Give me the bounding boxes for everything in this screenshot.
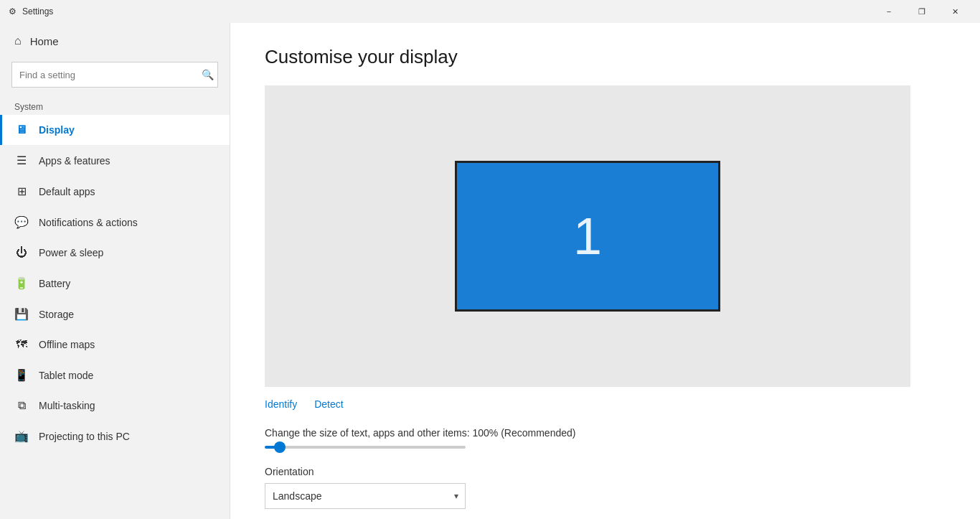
orientation-select[interactable]: Landscape Portrait Landscape (flipped) P… xyxy=(265,483,466,509)
page-title: Customise your display xyxy=(265,46,946,68)
battery-icon: 🔋 xyxy=(14,276,29,290)
main-content: Customise your display 1 Identify Detect… xyxy=(230,23,980,519)
sidebar-item-label: Tablet mode xyxy=(39,370,93,381)
sidebar-item-label: Battery xyxy=(39,278,70,289)
title-bar-controls: − ❐ ✕ xyxy=(872,0,971,23)
sidebar-item-label: Power & sleep xyxy=(39,247,103,258)
scale-slider[interactable] xyxy=(265,446,466,449)
maps-icon: 🗺 xyxy=(14,338,29,351)
home-label: Home xyxy=(30,35,59,47)
detect-button[interactable]: Detect xyxy=(314,398,343,410)
sidebar-item-label: Default apps xyxy=(39,186,95,197)
sidebar-item-battery[interactable]: 🔋 Battery xyxy=(0,268,230,299)
identify-button[interactable]: Identify xyxy=(265,398,297,410)
sidebar-item-label: Multi-tasking xyxy=(39,400,95,411)
minimize-button[interactable]: − xyxy=(872,0,905,23)
sidebar-item-label: Display xyxy=(39,124,75,136)
monitor-preview: 1 xyxy=(455,161,720,312)
sidebar-item-label: Projecting to this PC xyxy=(39,431,130,442)
monitor-number: 1 xyxy=(573,207,602,266)
sidebar-item-power-sleep[interactable]: ⏻ Power & sleep xyxy=(0,238,230,268)
sidebar: ⌂ Home 🔍 System 🖥 Display ☰ Apps & featu… xyxy=(0,23,230,519)
sidebar-item-tablet-mode[interactable]: 📱 Tablet mode xyxy=(0,360,230,391)
display-preview-area: 1 xyxy=(265,85,910,387)
title-bar: ⚙ Settings − ❐ ✕ xyxy=(0,0,980,23)
scale-description: Change the size of text, apps and other … xyxy=(265,427,946,439)
sidebar-home-item[interactable]: ⌂ Home xyxy=(0,23,230,59)
multitask-icon: ⧉ xyxy=(14,399,29,412)
search-input[interactable] xyxy=(11,62,218,88)
sidebar-item-display[interactable]: 🖥 Display xyxy=(0,115,230,145)
storage-icon: 💾 xyxy=(14,307,29,321)
notifications-icon: 💬 xyxy=(14,215,29,229)
sidebar-item-projecting[interactable]: 📺 Projecting to this PC xyxy=(0,421,230,452)
close-button[interactable]: ✕ xyxy=(938,0,971,23)
projecting-icon: 📺 xyxy=(14,429,29,443)
default-apps-icon: ⊞ xyxy=(14,184,29,198)
sidebar-item-label: Storage xyxy=(39,309,74,320)
app-title: Settings xyxy=(22,6,53,17)
power-icon: ⏻ xyxy=(14,246,29,259)
tablet-icon: 📱 xyxy=(14,368,29,382)
display-icon: 🖥 xyxy=(14,123,29,136)
orientation-label: Orientation xyxy=(265,466,946,477)
sidebar-item-label: Offline maps xyxy=(39,339,95,350)
sidebar-item-label: Apps & features xyxy=(39,155,110,167)
scale-slider-container xyxy=(265,446,946,449)
sidebar-item-apps-features[interactable]: ☰ Apps & features xyxy=(0,145,230,176)
action-links: Identify Detect xyxy=(265,398,946,410)
orientation-select-wrapper: Landscape Portrait Landscape (flipped) P… xyxy=(265,483,466,509)
title-bar-left: ⚙ Settings xyxy=(9,6,53,17)
maximize-button[interactable]: ❐ xyxy=(905,0,938,23)
home-icon: ⌂ xyxy=(14,34,22,47)
apps-icon: ☰ xyxy=(14,154,29,167)
sidebar-item-label: Notifications & actions xyxy=(39,217,138,228)
app-body: ⌂ Home 🔍 System 🖥 Display ☰ Apps & featu… xyxy=(0,23,980,519)
sidebar-item-default-apps[interactable]: ⊞ Default apps xyxy=(0,176,230,207)
settings-icon: ⚙ xyxy=(9,6,17,17)
system-section-label: System xyxy=(0,96,230,115)
sidebar-item-multi-tasking[interactable]: ⧉ Multi-tasking xyxy=(0,391,230,421)
search-button[interactable]: 🔍 xyxy=(202,69,214,80)
search-box: 🔍 xyxy=(11,62,218,88)
sidebar-item-offline-maps[interactable]: 🗺 Offline maps xyxy=(0,329,230,360)
sidebar-item-notifications[interactable]: 💬 Notifications & actions xyxy=(0,207,230,238)
sidebar-item-storage[interactable]: 💾 Storage xyxy=(0,299,230,329)
